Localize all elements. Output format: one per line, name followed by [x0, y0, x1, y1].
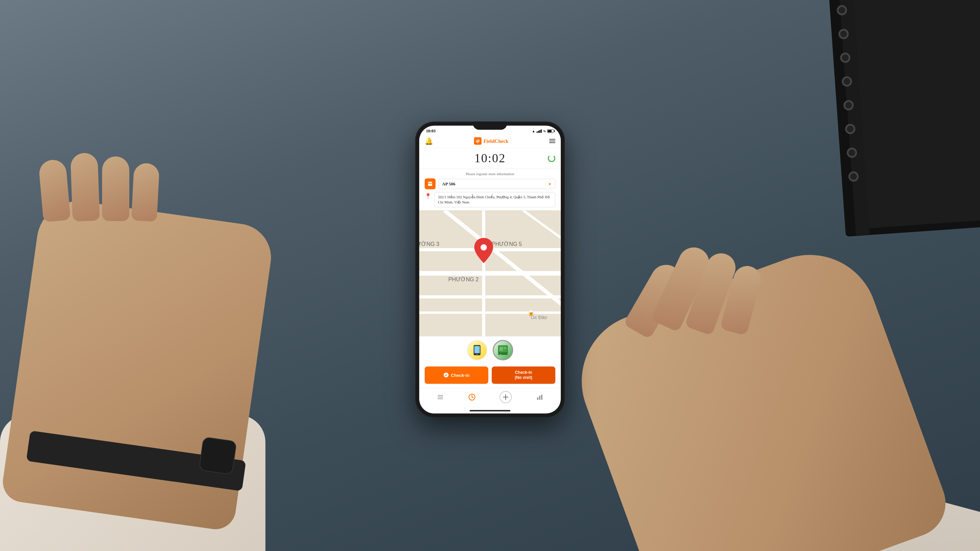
- svg-point-29: [476, 345, 476, 346]
- svg-rect-37: [438, 397, 443, 398]
- ring: [846, 147, 858, 158]
- map-svg: PHƯỜNG 11 PHƯỜNG 3 PHƯỜNG 5 PHƯỜNG 1 PHƯ…: [419, 210, 561, 336]
- ring: [845, 124, 856, 134]
- svg-text:🍺: 🍺: [527, 310, 535, 318]
- svg-rect-33: [500, 346, 503, 351]
- finger-3: [102, 156, 129, 221]
- checkin-no-visit-label: Check-in(No visit): [515, 370, 532, 380]
- finger-2: [70, 153, 100, 222]
- scene: 10:03 ▲ ∿ 🔔: [0, 0, 980, 551]
- ring: [837, 5, 847, 16]
- svg-rect-27: [474, 346, 480, 353]
- svg-text:PHƯỜNG 5: PHƯỜNG 5: [492, 240, 522, 246]
- svg-point-22: [480, 244, 487, 251]
- refresh-icon[interactable]: [548, 155, 555, 162]
- right-fingers: [640, 245, 844, 347]
- svg-rect-44: [537, 398, 538, 400]
- bottom-nav: [419, 388, 561, 409]
- checkin-button[interactable]: Check-in: [425, 366, 488, 384]
- battery-fill: [548, 130, 552, 132]
- home-indicator: [469, 410, 511, 411]
- svg-rect-36: [438, 395, 443, 396]
- register-label: Please register store information: [425, 172, 555, 176]
- svg-rect-46: [541, 395, 542, 400]
- clock-section: 10:02: [419, 148, 561, 169]
- dropdown-arrow-icon: ▼: [548, 182, 552, 186]
- finger-1: [38, 159, 70, 222]
- fingers: [41, 160, 266, 228]
- store-section: Please register store information AP 506…: [419, 169, 561, 211]
- svg-rect-30: [476, 345, 478, 346]
- svg-rect-45: [539, 396, 540, 400]
- phone-action-icon[interactable]: [467, 340, 487, 360]
- store-action-icon[interactable]: ✓: [493, 340, 513, 360]
- svg-text:PHƯỜNG 3: PHƯỜNG 3: [419, 240, 439, 246]
- nav-list[interactable]: [437, 394, 444, 401]
- svg-rect-38: [438, 399, 443, 399]
- svg-point-28: [477, 354, 478, 355]
- status-time: 10:03: [426, 129, 436, 134]
- notebook: [829, 0, 980, 237]
- store-icon: [425, 179, 436, 189]
- phone: 10:03 ▲ ∿ 🔔: [415, 122, 565, 418]
- phone-notch: [473, 122, 507, 130]
- phone-wrapper: 10:03 ▲ ∿ 🔔: [415, 122, 565, 418]
- address-row: 📍 502/1 Hẻm 502 Nguyễn Đình Chiểu, Phườn…: [425, 192, 555, 208]
- svg-text:PHƯỜNG 2: PHƯỜNG 2: [448, 276, 479, 282]
- store-select-row: AP 506 ▼: [425, 179, 555, 189]
- left-hand: [0, 143, 266, 551]
- map-container[interactable]: PHƯỜNG 11 PHƯỜNG 3 PHƯỜNG 5 PHƯỜNG 1 PHƯ…: [419, 210, 561, 336]
- buttons-row: Check-in Check-in(No visit): [419, 364, 561, 388]
- nav-chart[interactable]: [536, 394, 543, 401]
- nav-time[interactable]: [468, 394, 476, 401]
- ring: [840, 52, 851, 63]
- action-icons-row: ✓: [419, 336, 561, 364]
- app-logo-text: FieldCheck: [484, 138, 508, 144]
- home-indicator-area: [419, 409, 561, 414]
- nav-add[interactable]: [500, 391, 512, 403]
- watch-face: [199, 437, 237, 475]
- ring: [843, 100, 854, 111]
- ring: [848, 171, 859, 182]
- logo-shield-icon: [474, 137, 482, 145]
- ring: [838, 29, 849, 40]
- wifi-icon: ∿: [543, 129, 546, 133]
- logo-area: FieldCheck: [474, 137, 508, 145]
- store-dropdown[interactable]: AP 506 ▼: [438, 179, 555, 189]
- pin-icon: 📍: [425, 193, 431, 199]
- app-header: 🔔 FieldCheck: [419, 135, 561, 148]
- checkin-button-label: Check-in: [451, 373, 469, 378]
- notebook-page: [853, 0, 980, 228]
- bell-icon[interactable]: 🔔: [425, 137, 433, 145]
- menu-icon[interactable]: [549, 139, 555, 143]
- map-background: PHƯỜNG 11 PHƯỜNG 3 PHƯỜNG 5 PHƯỜNG 1 PHƯ…: [419, 210, 561, 336]
- status-icons: ▲ ∿: [532, 129, 554, 133]
- address-box: 502/1 Hẻm 502 Nguyễn Đình Chiểu, Phường …: [434, 192, 555, 208]
- svg-rect-34: [504, 346, 506, 349]
- battery-icon: [547, 129, 554, 133]
- phone-screen: 10:03 ▲ ∿ 🔔: [419, 126, 561, 414]
- clock-time: 10:02: [425, 151, 555, 165]
- location-icon: ▲: [532, 129, 535, 133]
- store-name: AP 506: [442, 181, 455, 187]
- checkin-no-visit-button[interactable]: Check-in(No visit): [492, 366, 555, 384]
- svg-line-41: [472, 397, 473, 398]
- svg-text:✓: ✓: [500, 353, 502, 355]
- signal-icon: [537, 129, 542, 133]
- finger-4: [131, 163, 160, 222]
- ring: [842, 76, 853, 87]
- right-hand: [606, 211, 980, 551]
